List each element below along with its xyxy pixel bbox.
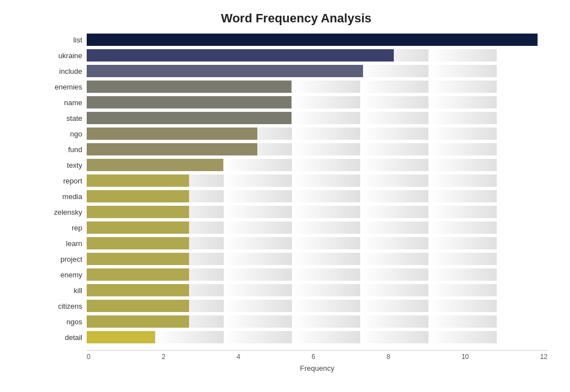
bar-label: list [45,36,87,44]
bar-track [87,127,548,140]
bar-row: enemies [45,79,548,94]
bar-fill [87,284,189,296]
bar-track [87,174,548,187]
bar-label: project [45,255,87,263]
bar-fill [87,49,394,62]
bar-track [87,221,548,234]
chart-title: Word Frequency Analysis [45,11,548,26]
bar-row: rep [45,220,548,235]
bar-fill [87,159,223,171]
bar-row: zelensky [45,205,548,219]
bar-row: citizens [45,299,548,313]
bar-label: state [45,114,87,122]
bar-label: citizens [45,302,87,310]
bar-row: report [45,173,548,188]
bar-fill [87,143,257,155]
bar-row: texty [45,158,548,172]
bar-track [87,81,548,93]
bar-track [87,268,548,281]
bar-track [87,34,548,46]
bar-fill [87,190,189,202]
bar-track [87,315,548,328]
bar-fill [87,221,189,234]
bar-row: name [45,95,548,110]
bar-row: state [45,111,548,125]
bar-label: texty [45,161,87,169]
bar-fill [87,300,189,312]
bar-fill [87,331,155,343]
x-tick: 10 [461,353,469,361]
bar-track [87,331,548,343]
bar-row: kill [45,283,548,297]
bar-fill [87,65,363,77]
bar-row: project [45,252,548,266]
bar-track [87,237,548,249]
bar-track [87,96,548,108]
bar-label: name [45,98,87,107]
bar-label: ngos [45,318,87,326]
x-tick: 2 [162,353,166,361]
bar-track [87,190,548,202]
x-tick: 0 [87,353,91,361]
bar-track [87,206,548,218]
bar-track [87,143,548,155]
bar-fill [87,81,291,93]
bar-row: enemy [45,267,548,282]
bar-row: ngo [45,126,548,141]
bar-fill [87,206,189,218]
bar-label: rep [45,224,87,232]
bar-row: learn [45,236,548,251]
bar-label: media [45,192,87,201]
bar-track [87,284,548,296]
bar-label: report [45,177,87,185]
bar-label: enemy [45,271,87,279]
x-tick: 8 [387,353,390,361]
bar-row: ukraine [45,48,548,63]
bar-fill [87,34,538,46]
bar-label: detail [45,333,87,342]
bar-label: include [45,67,87,75]
x-tick: 6 [312,353,315,361]
bar-fill [87,237,189,249]
bar-fill [87,127,257,140]
bar-fill [87,253,189,265]
bar-track [87,112,548,124]
x-axis: 024681012 Frequency [87,350,548,372]
bar-row: list [45,32,548,47]
bar-fill [87,268,189,281]
bar-label: learn [45,239,87,248]
bar-label: ukraine [45,51,87,60]
bar-fill [87,315,189,328]
bar-track [87,49,548,62]
x-axis-label: Frequency [87,364,548,372]
bar-fill [87,112,291,124]
bar-label: ngo [45,130,87,138]
bar-track [87,159,548,171]
bar-fill [87,174,189,187]
bar-label: enemies [45,83,87,91]
bar-label: fund [45,145,87,154]
bar-label: kill [45,286,87,295]
bar-row: media [45,189,548,204]
bar-fill [87,96,291,108]
bar-track [87,65,548,77]
bar-row: include [45,64,548,78]
bar-label: zelensky [45,208,87,216]
chart-container: Word Frequency Analysis listukraineinclu… [0,0,570,392]
x-tick: 4 [237,353,241,361]
bar-row: ngos [45,314,548,329]
bar-track [87,300,548,312]
x-tick: 12 [540,353,548,361]
bar-row: detail [45,330,548,344]
bar-row: fund [45,142,548,157]
bar-track [87,253,548,265]
